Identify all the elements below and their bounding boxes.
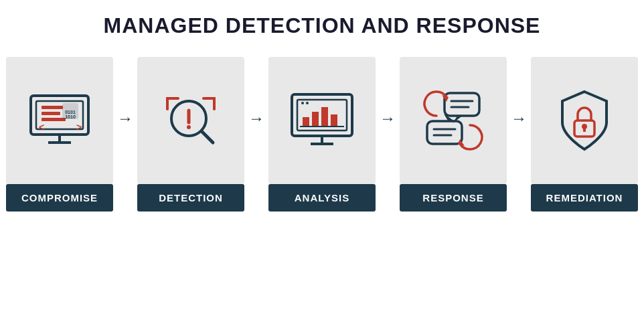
svg-rect-30 — [427, 121, 462, 144]
remediation-icon-box — [531, 57, 638, 184]
step-response: RESPONSE → — [400, 57, 531, 212]
svg-text:>: > — [76, 122, 82, 133]
detection-icon-box — [137, 57, 244, 184]
arrow-4: → — [511, 109, 527, 128]
svg-rect-4 — [42, 118, 66, 121]
svg-point-18 — [301, 102, 304, 104]
remediation-label: REMEDIATION — [531, 184, 638, 212]
svg-text:0101: 0101 — [65, 110, 76, 114]
svg-rect-2 — [42, 106, 63, 109]
page-title: MANAGED DETECTION AND RESPONSE — [104, 13, 541, 38]
response-icon-box — [400, 57, 507, 184]
step-compromise: 0101 1010 < > COMPROMISE → — [6, 57, 137, 212]
svg-rect-22 — [321, 107, 328, 127]
response-icon — [416, 84, 490, 157]
detection-label: DETECTION — [137, 184, 244, 212]
svg-rect-20 — [303, 117, 309, 127]
svg-rect-23 — [331, 114, 337, 127]
compromise-icon-box: 0101 1010 < > — [6, 57, 113, 184]
analysis-label: ANALYSIS — [268, 184, 376, 212]
svg-rect-27 — [445, 93, 479, 116]
arrow-1: → — [117, 109, 133, 128]
response-label: RESPONSE — [400, 184, 507, 212]
compromise-icon: 0101 1010 < > — [23, 84, 96, 157]
svg-rect-3 — [42, 112, 60, 115]
svg-text:<: < — [39, 122, 44, 133]
step-detection: DETECTION → — [137, 57, 268, 212]
remediation-icon — [548, 84, 621, 157]
analysis-icon-box — [268, 57, 376, 184]
svg-point-19 — [306, 102, 309, 104]
arrow-2: → — [248, 109, 264, 128]
svg-text:1010: 1010 — [65, 114, 76, 119]
flow-container: 0101 1010 < > COMPROMISE → — [20, 57, 624, 212]
svg-rect-37 — [583, 128, 586, 132]
analysis-icon — [285, 84, 359, 157]
arrow-3: → — [380, 109, 396, 128]
compromise-label: COMPROMISE — [6, 184, 113, 212]
step-analysis: ANALYSIS → — [268, 57, 400, 212]
svg-point-15 — [187, 125, 191, 129]
svg-line-13 — [202, 131, 213, 143]
detection-icon — [154, 84, 228, 157]
step-remediation: REMEDIATION — [531, 57, 638, 212]
svg-rect-21 — [312, 112, 319, 127]
